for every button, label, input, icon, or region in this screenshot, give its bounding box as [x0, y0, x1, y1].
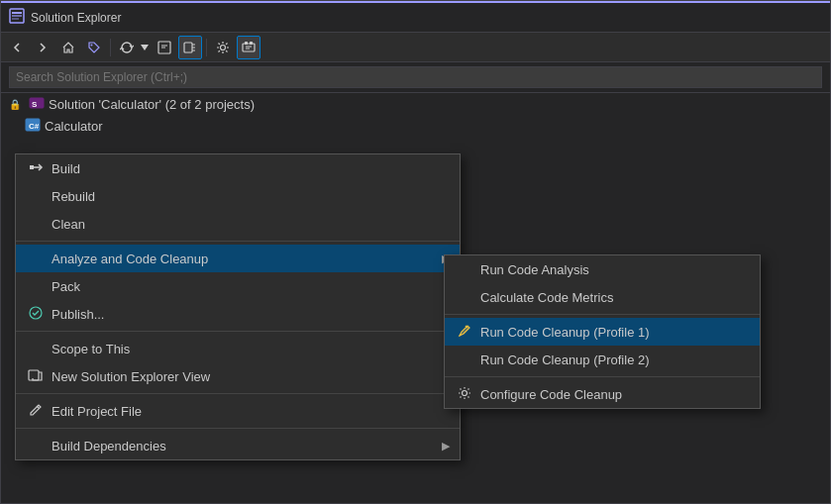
menu-item-scope[interactable]: Scope to This [16, 335, 460, 362]
separator-2 [206, 39, 207, 56]
svg-rect-17 [29, 370, 39, 380]
svg-point-7 [221, 45, 226, 50]
menu-item-analyze-label: Analyze and Code Cleanup [52, 252, 208, 266]
menu-item-rebuild-label: Rebuild [52, 189, 95, 204]
submenu-configure-label: Configure Code Cleanup [480, 387, 622, 402]
project-label: Calculator [45, 119, 103, 134]
sync-dropdown[interactable] [115, 36, 151, 59]
svg-rect-8 [243, 44, 255, 51]
svg-point-18 [463, 390, 467, 395]
svg-rect-15 [30, 165, 34, 169]
submenu: Run Code Analysis Calculate Code Metrics… [444, 254, 761, 409]
cleanup-icon [455, 323, 474, 342]
submenu-cleanup-2-label: Run Code Cleanup (Profile 2) [480, 353, 650, 367]
search-bar [1, 62, 830, 93]
back-button[interactable] [5, 36, 29, 59]
svg-text:S: S [32, 100, 38, 109]
svg-point-4 [91, 44, 93, 46]
build-deps-arrow-icon: ▶ [442, 440, 450, 453]
submenu-cleanup-1-label: Run Code Cleanup (Profile 1) [480, 325, 650, 340]
svg-rect-6 [184, 43, 192, 52]
menu-item-rebuild[interactable]: Rebuild [16, 182, 460, 210]
show-all-files-button[interactable] [178, 36, 202, 59]
menu-item-publish[interactable]: Publish... [16, 300, 460, 328]
svg-text:C#: C# [29, 122, 40, 131]
search-input[interactable] [9, 66, 822, 88]
solution-node[interactable]: 🔒 S Solution 'Calculator' (2 of 2 projec… [1, 93, 830, 115]
forward-button[interactable] [31, 36, 54, 59]
solution-explorer-panel: Solution Explorer [0, 0, 831, 504]
submenu-item-cleanup-1[interactable]: Run Code Cleanup (Profile 1) [445, 318, 760, 346]
collapse-all-button[interactable] [153, 36, 176, 59]
build-icon [26, 159, 46, 178]
svg-rect-2 [12, 15, 22, 17]
menu-item-build[interactable]: Build [16, 154, 460, 182]
submenu-run-analysis-label: Run Code Analysis [480, 262, 589, 277]
svg-rect-3 [12, 18, 19, 20]
new-view-icon [26, 367, 46, 386]
menu-item-clean[interactable]: Clean [16, 210, 460, 238]
lock-icon: 🔒 [9, 99, 21, 110]
menu-item-scope-label: Scope to This [52, 342, 130, 356]
menu-item-analyze[interactable]: Analyze and Code Cleanup ▶ [16, 245, 460, 272]
menu-item-edit-project[interactable]: Edit Project File [16, 397, 460, 425]
settings-button[interactable] [211, 36, 235, 59]
edit-icon [26, 402, 46, 421]
menu-item-pack[interactable]: Pack [16, 272, 460, 300]
submenu-sep-2 [445, 376, 760, 377]
submenu-item-configure[interactable]: Configure Code Cleanup [445, 380, 760, 408]
sync-button[interactable] [115, 36, 139, 59]
menu-item-pack-label: Pack [52, 279, 80, 294]
menu-item-edit-project-label: Edit Project File [52, 404, 142, 419]
solution-icon: S [29, 95, 45, 114]
menu-item-build-deps-label: Build Dependencies [52, 439, 166, 454]
context-menu: Build Rebuild Clean Analyze and Code Cle… [15, 153, 461, 460]
svg-point-16 [30, 307, 42, 319]
publish-icon [26, 305, 46, 324]
window-icon [9, 8, 25, 27]
configure-icon [455, 385, 474, 404]
submenu-item-calc-metrics[interactable]: Calculate Code Metrics [445, 283, 760, 311]
svg-rect-9 [245, 42, 248, 45]
properties-button[interactable] [237, 36, 260, 59]
menu-item-new-view[interactable]: New Solution Explorer View [16, 362, 460, 390]
menu-sep-3 [16, 393, 460, 394]
toolbar [1, 33, 830, 62]
menu-item-build-deps[interactable]: Build Dependencies ▶ [16, 432, 460, 459]
project-icon: C# [25, 117, 41, 136]
menu-sep-1 [16, 241, 460, 242]
menu-item-clean-label: Clean [52, 217, 85, 232]
svg-rect-10 [250, 42, 253, 45]
tag-button[interactable] [82, 36, 106, 59]
sync-dropdown-arrow[interactable] [139, 36, 151, 59]
menu-sep-2 [16, 331, 460, 332]
separator-1 [110, 39, 111, 56]
svg-rect-1 [12, 12, 22, 14]
submenu-sep-1 [445, 314, 760, 315]
submenu-calc-metrics-label: Calculate Code Metrics [480, 290, 613, 305]
submenu-item-cleanup-2[interactable]: Run Code Cleanup (Profile 2) [445, 346, 760, 373]
menu-item-new-view-label: New Solution Explorer View [52, 369, 210, 384]
submenu-item-run-analysis[interactable]: Run Code Analysis [445, 255, 760, 283]
home-button[interactable] [56, 36, 80, 59]
project-node[interactable]: C# Calculator [1, 115, 830, 137]
solution-label: Solution 'Calculator' (2 of 2 projects) [49, 97, 255, 112]
menu-item-publish-label: Publish... [52, 307, 104, 322]
menu-item-build-label: Build [52, 161, 80, 176]
title-bar: Solution Explorer [1, 1, 830, 33]
title-text: Solution Explorer [31, 11, 121, 25]
menu-sep-4 [16, 428, 460, 429]
